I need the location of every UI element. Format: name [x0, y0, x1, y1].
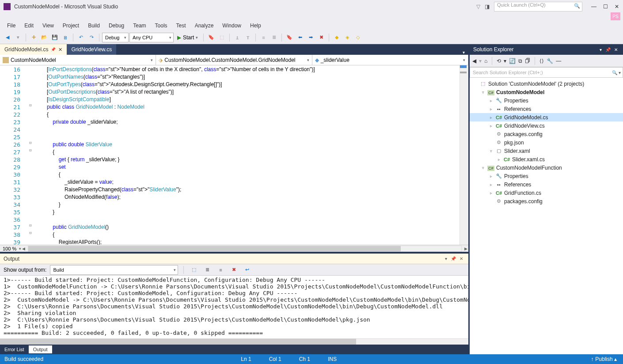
- tree-node[interactable]: ⚙packages.config: [470, 197, 623, 205]
- sln-pending-icon[interactable]: ▾: [504, 58, 506, 64]
- tool-icon-2[interactable]: ⬚: [217, 33, 227, 42]
- output-tool-2[interactable]: ≣: [202, 265, 212, 275]
- output-source-dropdown[interactable]: Build: [50, 265, 178, 275]
- menu-test[interactable]: Test: [172, 21, 190, 30]
- sln-collapse-icon[interactable]: ⧉: [518, 58, 522, 64]
- configuration-dropdown[interactable]: Debug: [102, 33, 129, 42]
- sln-home-icon[interactable]: ⌂: [484, 58, 487, 64]
- tabs-overflow-button[interactable]: ▾: [459, 50, 468, 55]
- redo-button[interactable]: ↷: [87, 33, 96, 42]
- nav-member-dropdown[interactable]: ◆ _sliderValue: [312, 55, 468, 65]
- output-dropdown-icon[interactable]: ▾: [443, 256, 449, 261]
- feedback-icon[interactable]: ◨: [485, 4, 490, 10]
- tree-node[interactable]: ▹▪▪References: [470, 180, 623, 189]
- output-tool-1[interactable]: ⬚: [189, 265, 199, 275]
- bookmark-prev[interactable]: ⬅: [295, 33, 305, 42]
- tool-yellow-2[interactable]: ◈: [342, 33, 352, 42]
- tool-icon-3[interactable]: ⫫: [232, 33, 242, 42]
- minimize-button[interactable]: —: [591, 4, 596, 10]
- bottom-tabs: Error ListOutput: [0, 345, 468, 354]
- editor-hscroll[interactable]: [28, 246, 462, 252]
- undo-button[interactable]: ↶: [76, 33, 86, 42]
- bottom-tab-output[interactable]: Output: [29, 345, 52, 353]
- bookmark-next[interactable]: ➡: [306, 33, 315, 42]
- sln-preview-icon[interactable]: —: [556, 58, 561, 64]
- menu-tools[interactable]: Tools: [151, 21, 172, 30]
- sln-code-icon[interactable]: ⟨⟩: [539, 58, 544, 64]
- nav-fwd-button[interactable]: ▾: [13, 33, 23, 42]
- tree-node[interactable]: ▹C#Slider.xaml.cs: [470, 155, 623, 163]
- solution-search-input[interactable]: Search Solution Explorer (Ctrl+;): [470, 67, 623, 78]
- menu-window[interactable]: Window: [218, 21, 246, 30]
- tree-node[interactable]: ▹C#GridFunction.cs: [470, 189, 623, 197]
- tree-node[interactable]: ▿C#CustomNodeModel: [470, 88, 623, 96]
- tree-node[interactable]: ⚙packages.config: [470, 130, 623, 138]
- sln-dropdown-icon[interactable]: ▾: [598, 47, 604, 52]
- bottom-tab-error-list[interactable]: Error List: [0, 345, 29, 353]
- tree-node[interactable]: ▹🔧Properties: [470, 96, 623, 105]
- tree-node[interactable]: ▹▪▪References: [470, 105, 623, 113]
- tree-node[interactable]: ▹C#GridNodeView.cs: [470, 121, 623, 130]
- sln-properties-icon[interactable]: 🔧: [547, 58, 553, 64]
- notification-icon[interactable]: ▽: [476, 4, 480, 10]
- bookmark-icon[interactable]: 🔖: [285, 33, 294, 42]
- open-button[interactable]: 📂: [39, 33, 49, 42]
- sln-fwd-icon[interactable]: ▾: [479, 58, 482, 64]
- save-button[interactable]: 💾: [50, 33, 60, 42]
- output-close-icon[interactable]: ✕: [458, 256, 465, 261]
- sln-scope-icon[interactable]: ⟲: [497, 58, 501, 64]
- tool-icon-6[interactable]: ≣: [269, 33, 279, 42]
- tool-yellow-3[interactable]: ◇: [353, 33, 363, 42]
- output-pin-icon[interactable]: 📌: [449, 256, 458, 261]
- output-tool-clear[interactable]: ✖: [229, 265, 239, 275]
- tree-node[interactable]: ▹🔧Properties: [470, 172, 623, 180]
- tree-node[interactable]: ⬚Solution 'CustomNodeModel' (2 projects): [470, 80, 623, 88]
- tree-node[interactable]: ▹C#GridNodeModel.cs: [470, 113, 623, 121]
- zoom-value[interactable]: 100 %: [0, 246, 19, 251]
- sln-back-icon[interactable]: ◀: [472, 58, 476, 64]
- sln-showall-icon[interactable]: 🗍: [525, 58, 530, 64]
- scroll-marker-bar[interactable]: [460, 65, 468, 245]
- close-button[interactable]: ✕: [614, 4, 619, 10]
- menu-help[interactable]: Help: [246, 21, 266, 30]
- sln-refresh-icon[interactable]: 🔄: [509, 58, 516, 64]
- publish-button[interactable]: ↑ Publish ▴: [591, 356, 619, 362]
- quick-launch-input[interactable]: Quick Launch (Ctrl+Q): [494, 2, 582, 11]
- tree-node[interactable]: ▿▢Slider.xaml: [470, 147, 623, 155]
- code-editor[interactable]: 1617181920212223242526272829303132333435…: [0, 65, 468, 245]
- maximize-button[interactable]: ☐: [603, 4, 608, 10]
- tool-yellow-1[interactable]: ◆: [332, 33, 342, 42]
- menu-project[interactable]: Project: [58, 21, 84, 30]
- menu-view[interactable]: View: [38, 21, 58, 30]
- menu-debug[interactable]: Debug: [104, 21, 129, 30]
- tab-GridNodeModel-cs[interactable]: GridNodeModel.cs📌✕: [0, 44, 67, 55]
- menu-edit[interactable]: Edit: [20, 21, 38, 30]
- output-hscroll[interactable]: [0, 338, 468, 345]
- tab-GridNodeView-cs[interactable]: GridNodeView.cs: [67, 44, 116, 55]
- tool-icon-5[interactable]: ≡: [258, 33, 268, 42]
- menu-file[interactable]: File: [3, 21, 20, 30]
- tool-icon-4[interactable]: ⫪: [243, 33, 253, 42]
- nav-back-button[interactable]: ◀: [3, 33, 12, 42]
- user-badge[interactable]: PS: [611, 12, 620, 20]
- sln-pin-icon[interactable]: 📌: [604, 47, 612, 52]
- tree-node[interactable]: ▿C#CustomNodeModelFunction: [470, 163, 623, 172]
- output-text[interactable]: 1>------ Build started: Project: CustomN…: [0, 276, 468, 338]
- output-tool-wrap[interactable]: ↩: [242, 265, 252, 275]
- solution-tree[interactable]: ⬚Solution 'CustomNodeModel' (2 projects)…: [470, 78, 623, 354]
- tool-icon-1[interactable]: 🔖: [206, 33, 216, 42]
- tree-node[interactable]: ⚙pkg.json: [470, 138, 623, 147]
- bookmark-clear[interactable]: ✖: [316, 33, 326, 42]
- menu-build[interactable]: Build: [84, 21, 104, 30]
- nav-project-dropdown[interactable]: CustomNodeModel: [0, 55, 156, 65]
- menu-team[interactable]: Team: [129, 21, 150, 30]
- start-button[interactable]: ▶ Start ▾: [175, 33, 201, 42]
- save-all-button[interactable]: 🗎: [61, 33, 70, 42]
- sln-close-icon[interactable]: ✕: [612, 47, 619, 52]
- play-icon: ▶: [177, 34, 181, 41]
- output-tool-3[interactable]: ≡: [216, 265, 225, 275]
- nav-type-dropdown[interactable]: ⬗ CustomNodeModel.CustomNodeModel.GridNo…: [156, 55, 312, 65]
- new-project-button[interactable]: ✚: [29, 33, 38, 42]
- menu-analyze[interactable]: Analyze: [190, 21, 218, 30]
- platform-dropdown[interactable]: Any CPU: [129, 33, 174, 42]
